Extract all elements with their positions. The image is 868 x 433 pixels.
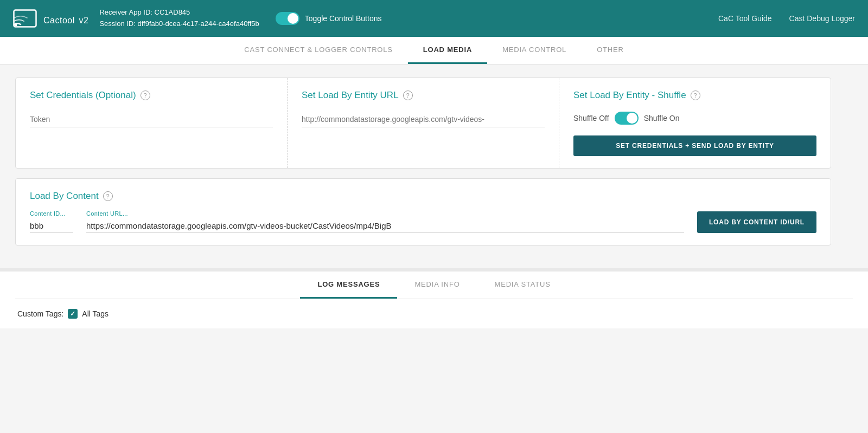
header-nav: CaC Tool Guide Cast Debug Logger xyxy=(718,14,855,23)
toggle-control-section: Toggle Control Buttons xyxy=(276,12,382,25)
receiver-app-id-label: Receiver App ID: xyxy=(99,8,152,16)
content-fields-row: Content ID... bbb Content URL... https:/… xyxy=(30,210,816,233)
cac-tool-guide-link[interactable]: CaC Tool Guide xyxy=(718,14,772,23)
custom-tags-label: Custom Tags: xyxy=(17,309,63,318)
bottom-tab-log-messages[interactable]: LOG MESSAGES xyxy=(300,272,397,299)
content-url-field: Content URL... https://commondatastorage… xyxy=(86,210,684,233)
session-id-label: Session ID: xyxy=(99,20,135,28)
credentials-card: Set Credentials (Optional) ? xyxy=(16,78,288,168)
custom-tags-row: Custom Tags: All Tags xyxy=(17,309,851,319)
log-section: Custom Tags: All Tags xyxy=(15,299,853,328)
logo-section: Cactool v2 xyxy=(13,9,88,28)
load-by-content-button[interactable]: LOAD BY CONTENT ID/URL xyxy=(697,211,816,233)
credentials-card-title: Set Credentials (Optional) ? xyxy=(30,90,273,101)
svg-rect-0 xyxy=(14,10,36,27)
tab-other[interactable]: OTHER xyxy=(582,37,639,64)
bottom-tabs: LOG MESSAGES MEDIA INFO MEDIA STATUS xyxy=(15,272,853,299)
entity-url-help-icon[interactable]: ? xyxy=(403,91,413,100)
toggle-control-label: Toggle Control Buttons xyxy=(305,14,382,23)
session-id: dff9fab0-dcea-4c17-a244-ca4efa40ff5b xyxy=(138,20,259,28)
toggle-control-buttons-switch[interactable] xyxy=(276,12,299,25)
cast-debug-logger-link[interactable]: Cast Debug Logger xyxy=(789,14,855,23)
main-tabs: CAST CONNECT & LOGGER CONTROLS LOAD MEDI… xyxy=(0,37,868,64)
shuffle-off-label: Shuffle Off xyxy=(573,114,609,122)
shuffle-card: Set Load By Entity - Shuffle ? Shuffle O… xyxy=(559,78,831,168)
receiver-app-id: CC1AD845 xyxy=(155,8,190,16)
tab-load-media[interactable]: LOAD MEDIA xyxy=(408,37,487,64)
credentials-help-icon[interactable]: ? xyxy=(141,91,150,100)
page-content: Set Credentials (Optional) ? Set Load By… xyxy=(0,64,846,268)
bottom-tab-media-status[interactable]: MEDIA STATUS xyxy=(477,272,568,299)
all-tags-checkbox[interactable] xyxy=(68,309,78,319)
svg-point-1 xyxy=(15,24,17,27)
shuffle-on-label: Shuffle On xyxy=(644,114,680,122)
bottom-section: LOG MESSAGES MEDIA INFO MEDIA STATUS Cus… xyxy=(0,272,868,328)
app-header: Cactool v2 Receiver App ID: CC1AD845 Ses… xyxy=(0,0,868,37)
shuffle-controls: Shuffle Off Shuffle On xyxy=(573,112,816,125)
app-name-text: Cactool v2 xyxy=(43,10,88,27)
bottom-tab-media-info[interactable]: MEDIA INFO xyxy=(397,272,477,299)
tab-cast-connect[interactable]: CAST CONNECT & LOGGER CONTROLS xyxy=(229,37,407,64)
content-url-value[interactable]: https://commondatastorage.googleapis.com… xyxy=(86,219,684,233)
load-content-card-title: Load By Content ? xyxy=(30,191,816,202)
shuffle-toggle[interactable] xyxy=(615,112,639,125)
entity-url-input[interactable] xyxy=(302,112,545,127)
cast-icon xyxy=(13,9,37,28)
set-credentials-send-load-button[interactable]: SET CREDENTIALS + SEND LOAD BY ENTITY xyxy=(573,135,816,156)
top-cards-row: Set Credentials (Optional) ? Set Load By… xyxy=(15,77,831,169)
content-id-label: Content ID... xyxy=(30,210,73,217)
content-url-label: Content URL... xyxy=(86,210,684,217)
load-content-help-icon[interactable]: ? xyxy=(103,191,113,201)
entity-url-card-title: Set Load By Entity URL ? xyxy=(302,90,545,101)
shuffle-card-title: Set Load By Entity - Shuffle ? xyxy=(573,90,816,101)
load-content-card: Load By Content ? Content ID... bbb Cont… xyxy=(15,178,831,245)
content-id-field: Content ID... bbb xyxy=(30,210,73,233)
entity-url-card: Set Load By Entity URL ? xyxy=(288,78,559,168)
tab-media-control[interactable]: MEDIA CONTROL xyxy=(487,37,582,64)
token-input[interactable] xyxy=(30,112,273,127)
content-id-value[interactable]: bbb xyxy=(30,219,73,233)
shuffle-help-icon[interactable]: ? xyxy=(691,91,700,100)
all-tags-label: All Tags xyxy=(82,309,108,318)
session-info: Receiver App ID: CC1AD845 Session ID: df… xyxy=(99,7,259,30)
